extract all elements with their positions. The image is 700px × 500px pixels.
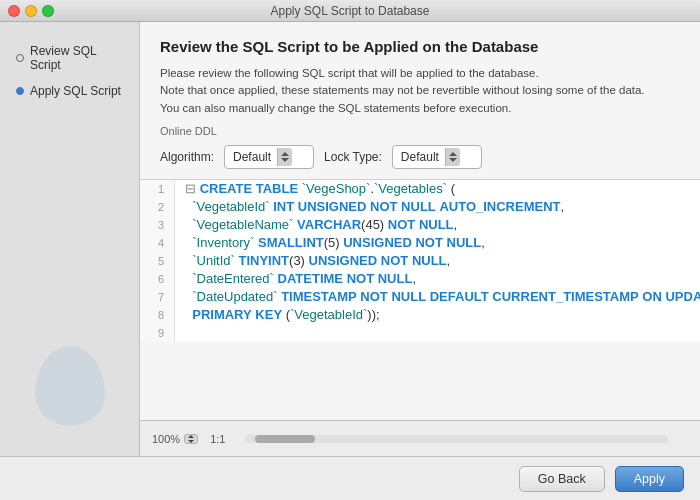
zoom-up-icon: [188, 435, 194, 438]
lock-type-label: Lock Type:: [324, 150, 382, 164]
right-panel: Review the SQL Script to be Applied on t…: [140, 22, 700, 456]
zoom-arrows[interactable]: [184, 434, 198, 444]
line-number: 6: [140, 270, 175, 288]
line-number: 9: [140, 324, 175, 342]
algorithm-label: Algorithm:: [160, 150, 214, 164]
sidebar-item-review[interactable]: Review SQL Script: [10, 42, 129, 74]
apply-button[interactable]: Apply: [615, 466, 684, 492]
algorithm-select[interactable]: Default: [224, 145, 314, 169]
sidebar-dot-review: [16, 54, 24, 62]
table-row: 7 `DateUpdated` TIMESTAMP NOT NULL DEFAU…: [140, 288, 700, 306]
line-number: 8: [140, 306, 175, 324]
panel-header: Review the SQL Script to be Applied on t…: [140, 22, 700, 180]
go-back-button[interactable]: Go Back: [519, 466, 605, 492]
table-row: 9: [140, 324, 700, 342]
footer-bar: Go Back Apply: [0, 456, 700, 500]
scrollbar-thumb[interactable]: [255, 435, 315, 443]
line-number: 2: [140, 198, 175, 216]
line-content[interactable]: `Inventory` SMALLINT(5) UNSIGNED NOT NUL…: [175, 234, 485, 252]
panel-title: Review the SQL Script to be Applied on t…: [160, 38, 680, 55]
line-number: 1: [140, 180, 175, 198]
zoom-value: 100%: [152, 433, 180, 445]
line-content[interactable]: ⊟ CREATE TABLE `VegeShop`.`Vegetables` (: [175, 180, 455, 198]
line-content[interactable]: `VegetableId` INT UNSIGNED NOT NULL AUTO…: [175, 198, 564, 216]
table-row: 6 `DateEntered` DATETIME NOT NULL,: [140, 270, 700, 288]
description-line3: You can also manually change the SQL sta…: [160, 102, 511, 114]
panel-tag: Online DDL: [160, 125, 680, 137]
description-line2: Note that once applied, these statements…: [160, 84, 645, 96]
table-row: 8 PRIMARY KEY (`VegetableId`));: [140, 306, 700, 324]
sidebar: Review SQL Script Apply SQL Script: [0, 22, 140, 456]
arrow-up-icon: [281, 152, 289, 156]
lock-arrow-down-icon: [449, 158, 457, 162]
line-content[interactable]: PRIMARY KEY (`VegetableId`));: [175, 306, 380, 324]
table-row: 1⊟ CREATE TABLE `VegeShop`.`Vegetables` …: [140, 180, 700, 198]
line-content[interactable]: `DateUpdated` TIMESTAMP NOT NULL DEFAULT…: [175, 288, 700, 306]
controls-row: Algorithm: Default Lock Type: Default: [160, 145, 680, 169]
lock-type-value: Default: [401, 150, 439, 164]
algorithm-value: Default: [233, 150, 271, 164]
maximize-button[interactable]: [42, 5, 54, 17]
table-row: 4 `Inventory` SMALLINT(5) UNSIGNED NOT N…: [140, 234, 700, 252]
sidebar-label-apply: Apply SQL Script: [30, 84, 121, 98]
bottom-bar: 100% 1:1: [140, 420, 700, 456]
table-row: 3 `VegetableName` VARCHAR(45) NOT NULL,: [140, 216, 700, 234]
line-number: 4: [140, 234, 175, 252]
line-content[interactable]: `VegetableName` VARCHAR(45) NOT NULL,: [175, 216, 457, 234]
panel-description: Please review the following SQL script t…: [160, 65, 680, 117]
zoom-down-icon: [188, 440, 194, 443]
table-row: 2 `VegetableId` INT UNSIGNED NOT NULL AU…: [140, 198, 700, 216]
window-title: Apply SQL Script to Database: [271, 4, 430, 18]
algorithm-select-arrows: [277, 148, 292, 166]
zoom-control[interactable]: 100%: [152, 433, 198, 445]
sidebar-dot-apply: [16, 87, 24, 95]
description-line1: Please review the following SQL script t…: [160, 67, 539, 79]
line-number: 5: [140, 252, 175, 270]
table-row: 5 `UnitId` TINYINT(3) UNSIGNED NOT NULL,: [140, 252, 700, 270]
lock-type-select-arrows: [445, 148, 460, 166]
main-content: Review SQL Script Apply SQL Script Revie…: [0, 22, 700, 456]
horizontal-scrollbar[interactable]: [245, 435, 668, 443]
line-content[interactable]: [175, 324, 189, 342]
line-number: 3: [140, 216, 175, 234]
lock-type-select[interactable]: Default: [392, 145, 482, 169]
sidebar-label-review: Review SQL Script: [30, 44, 123, 72]
line-content[interactable]: `DateEntered` DATETIME NOT NULL,: [175, 270, 416, 288]
sidebar-item-apply[interactable]: Apply SQL Script: [10, 82, 129, 100]
lock-arrow-up-icon: [449, 152, 457, 156]
line-number: 7: [140, 288, 175, 306]
arrow-down-icon: [281, 158, 289, 162]
title-bar: Apply SQL Script to Database: [0, 0, 700, 22]
code-editor[interactable]: 1⊟ CREATE TABLE `VegeShop`.`Vegetables` …: [140, 180, 700, 420]
close-button[interactable]: [8, 5, 20, 17]
minimize-button[interactable]: [25, 5, 37, 17]
traffic-lights: [8, 5, 54, 17]
cursor-position: 1:1: [210, 433, 225, 445]
line-content[interactable]: `UnitId` TINYINT(3) UNSIGNED NOT NULL,: [175, 252, 450, 270]
